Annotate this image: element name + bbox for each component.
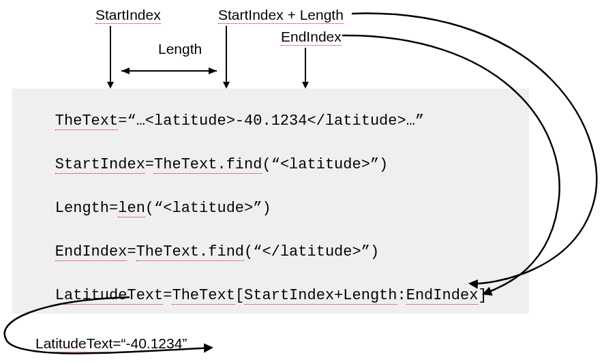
label-startindex-plus-length: StartIndex + Length <box>218 7 344 23</box>
label-result: LatitudeText=“-40.1234” <box>35 335 187 352</box>
svg-marker-4 <box>121 67 130 74</box>
label-startindex: StartIndex <box>95 7 161 23</box>
code-line-5: LatitudeText=TheText[StartIndex+Length:E… <box>19 270 487 321</box>
label-length: Length <box>158 41 202 57</box>
svg-marker-5 <box>209 67 217 74</box>
label-endindex: EndIndex <box>281 29 342 45</box>
